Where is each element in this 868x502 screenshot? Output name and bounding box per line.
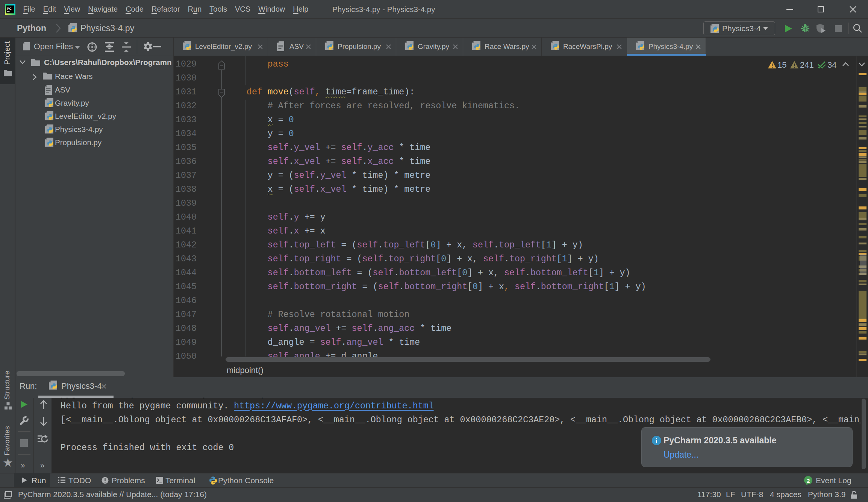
- svg-text:2: 2: [807, 478, 810, 484]
- svg-text:PC: PC: [7, 6, 12, 11]
